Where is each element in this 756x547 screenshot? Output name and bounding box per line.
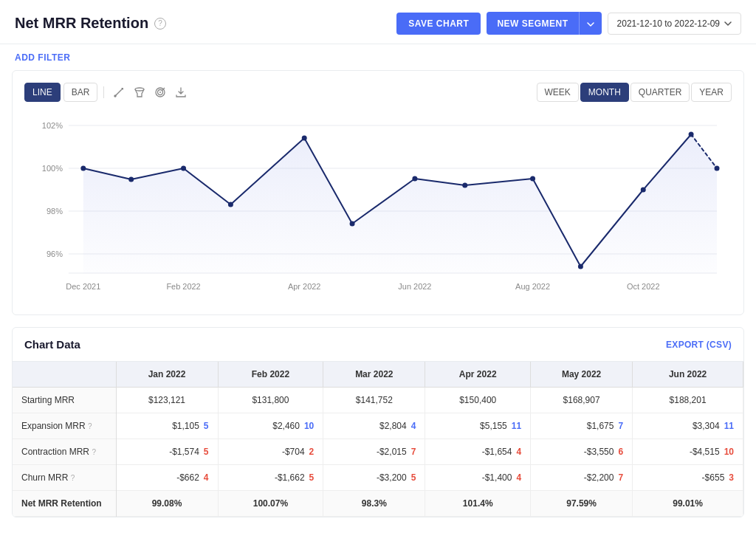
cell: $1,1055 xyxy=(116,413,218,439)
cell: $1,6757 xyxy=(531,413,633,439)
cell: $2,46010 xyxy=(218,413,323,439)
cell: -$6553 xyxy=(633,465,743,491)
download-icon[interactable] xyxy=(172,83,190,101)
svg-text:Aug 2022: Aug 2022 xyxy=(515,282,550,291)
svg-point-34 xyxy=(530,176,535,182)
table-row: Net MRR Retention 99.08% 100.07% 98.3% 1… xyxy=(13,491,743,517)
cell: -$1,6625 xyxy=(218,465,323,491)
cell: $141,752 xyxy=(323,388,425,413)
target-icon[interactable] xyxy=(151,83,169,101)
week-period-button[interactable]: WEEK xyxy=(537,83,579,102)
row-label: Contraction MRR ? xyxy=(13,439,116,465)
date-range-picker[interactable]: 2021-12-10 to 2022-12-09 xyxy=(608,13,741,35)
header-right: SAVE CHART NEW SEGMENT 2021-12-10 to 202… xyxy=(396,12,741,35)
year-period-button[interactable]: YEAR xyxy=(691,83,732,102)
toolbar-separator xyxy=(103,86,104,98)
row-label: Churn MRR ? xyxy=(13,465,116,491)
svg-point-29 xyxy=(228,202,233,207)
table-title: Chart Data xyxy=(24,338,80,351)
svg-point-7 xyxy=(159,92,161,93)
cell: -$3,2005 xyxy=(323,465,425,491)
help-icon[interactable]: ? xyxy=(154,18,166,30)
row-label: Expansion MRR ? xyxy=(13,413,116,439)
cell: -$4,51510 xyxy=(633,439,743,465)
svg-point-27 xyxy=(128,177,134,182)
cell: -$2,0157 xyxy=(323,439,425,465)
svg-point-35 xyxy=(578,264,583,269)
cell: 101.4% xyxy=(425,491,531,517)
cell: $168,907 xyxy=(531,388,633,413)
table-row: Churn MRR ? -$6624 -$1,6625 -$3,2005 -$1… xyxy=(13,465,743,491)
cell: $3,30411 xyxy=(633,413,743,439)
col-header-label xyxy=(13,362,116,388)
add-filter-button[interactable]: ADD FILTER xyxy=(15,52,70,63)
cell: $150,400 xyxy=(425,388,531,413)
table-row: Contraction MRR ? -$1,5745 -$7042 -$2,01… xyxy=(13,439,743,465)
cell: -$7042 xyxy=(218,439,323,465)
new-segment-dropdown-button[interactable] xyxy=(579,12,602,35)
svg-point-4 xyxy=(135,88,144,91)
table-header: Chart Data EXPORT (CSV) xyxy=(13,328,743,362)
new-segment-group: NEW SEGMENT xyxy=(487,12,601,35)
header-left: Net MRR Retention ? xyxy=(15,15,166,32)
svg-point-37 xyxy=(689,132,694,137)
svg-point-36 xyxy=(641,188,646,193)
table-row: Expansion MRR ? $1,1055 $2,46010 $2,8044… xyxy=(13,413,743,439)
row-label: Starting MRR xyxy=(13,388,116,413)
cell: 99.01% xyxy=(633,491,743,517)
cell: 98.3% xyxy=(323,491,425,517)
chart-data-table: Jan 2022 Feb 2022 Mar 2022 Apr 2022 May … xyxy=(13,362,743,517)
chart-wrapper: 102% 100% 98% 96% Dec 2021 Feb 2022 Apr … xyxy=(24,111,732,303)
chevron-down-icon xyxy=(724,21,732,26)
svg-point-38 xyxy=(715,166,720,171)
col-header-jun: Jun 2022 xyxy=(633,362,743,388)
col-header-mar: Mar 2022 xyxy=(323,362,425,388)
cell: $123,121 xyxy=(116,388,218,413)
chart-toolbar: LINE BAR WEEK MONTH QUARTER YEAR xyxy=(24,83,732,102)
svg-text:102%: 102% xyxy=(42,121,63,130)
cell: -$1,5745 xyxy=(116,439,218,465)
scatter-icon[interactable] xyxy=(110,83,128,101)
cell: -$2,2007 xyxy=(531,465,633,491)
cell: -$6624 xyxy=(116,465,218,491)
svg-point-28 xyxy=(181,166,186,171)
line-chart-button[interactable]: LINE xyxy=(24,83,61,102)
svg-text:Jun 2022: Jun 2022 xyxy=(398,282,431,291)
cell: $5,15511 xyxy=(425,413,531,439)
cell: 97.59% xyxy=(531,491,633,517)
page-header: Net MRR Retention ? SAVE CHART NEW SEGME… xyxy=(0,0,756,44)
cell: -$1,4004 xyxy=(425,465,531,491)
col-header-apr: Apr 2022 xyxy=(425,362,531,388)
svg-text:96%: 96% xyxy=(47,250,63,258)
cell: 99.08% xyxy=(116,491,218,517)
save-chart-button[interactable]: SAVE CHART xyxy=(396,13,481,35)
svg-text:100%: 100% xyxy=(42,164,63,173)
page-title: Net MRR Retention xyxy=(15,15,148,32)
cell: 100.07% xyxy=(218,491,323,517)
quarter-period-button[interactable]: QUARTER xyxy=(630,83,690,102)
col-header-jan: Jan 2022 xyxy=(116,362,218,388)
new-segment-button[interactable]: NEW SEGMENT xyxy=(487,12,578,35)
svg-point-32 xyxy=(412,176,417,182)
svg-point-26 xyxy=(80,166,86,171)
line-chart-svg: 102% 100% 98% 96% Dec 2021 Feb 2022 Apr … xyxy=(24,111,732,303)
chart-section: LINE BAR WEEK MONTH QUARTER YEAR xyxy=(12,70,744,315)
cell: -$1,6544 xyxy=(425,439,531,465)
period-buttons: WEEK MONTH QUARTER YEAR xyxy=(537,83,732,102)
month-period-button[interactable]: MONTH xyxy=(580,83,629,102)
funnel-icon[interactable] xyxy=(131,83,148,101)
svg-text:98%: 98% xyxy=(47,207,63,216)
cell: $131,800 xyxy=(218,388,323,413)
cell: $2,8044 xyxy=(323,413,425,439)
table-section: Chart Data EXPORT (CSV) Jan 2022 Feb 202… xyxy=(12,327,744,517)
export-csv-button[interactable]: EXPORT (CSV) xyxy=(666,340,732,350)
svg-line-2 xyxy=(115,89,123,96)
bar-chart-button[interactable]: BAR xyxy=(63,83,98,102)
svg-text:Feb 2022: Feb 2022 xyxy=(166,282,200,291)
table-header-row: Jan 2022 Feb 2022 Mar 2022 Apr 2022 May … xyxy=(13,362,743,388)
svg-point-33 xyxy=(462,183,467,188)
chart-type-buttons: LINE BAR xyxy=(24,83,190,102)
date-range-text: 2021-12-10 to 2022-12-09 xyxy=(617,18,720,29)
cell: -$3,5506 xyxy=(531,439,633,465)
svg-text:Oct 2022: Oct 2022 xyxy=(627,282,659,291)
